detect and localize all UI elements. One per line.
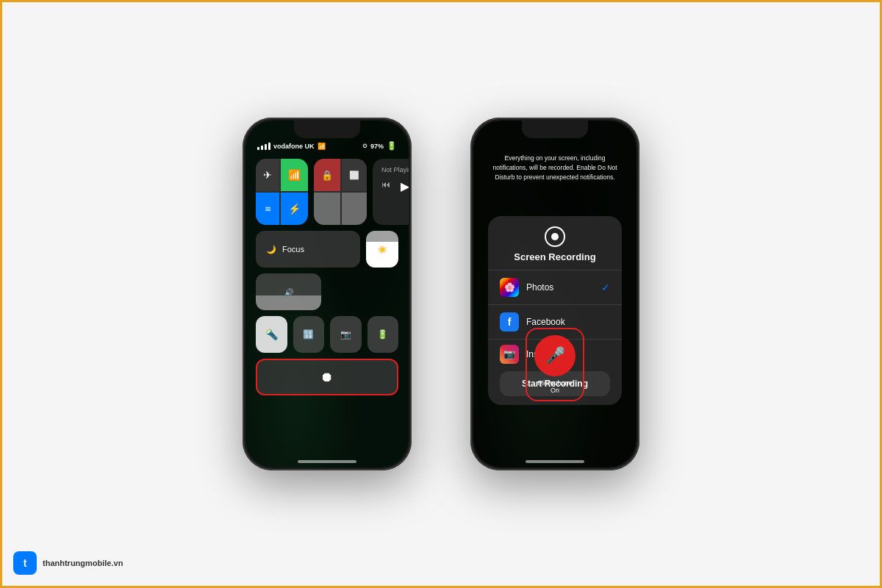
phone-2-screen: Everything on your screen, including not…: [473, 121, 637, 467]
microphone-icon: 🎤: [545, 346, 565, 365]
now-playing-widget: ✕ Not Playing ⏮ ▶ ⏭: [373, 159, 409, 225]
brightness-slider[interactable]: ☀️: [366, 231, 399, 268]
phone-1: vodafone UK 📶 ⊙ 97% 🔋: [243, 118, 412, 470]
instagram-icon: 📷: [500, 345, 519, 364]
logo-text: thanhtrungmobile.vn: [43, 559, 123, 567]
photos-icon: 🌸: [500, 278, 519, 297]
photos-option[interactable]: 🌸 Photos ✓: [488, 270, 622, 304]
focus-row: 🌙 Focus ☀️ 🔊: [256, 231, 398, 310]
now-playing-controls: ⏮ ▶ ⏭: [381, 179, 409, 193]
wifi-icon-2: ≋: [265, 204, 271, 214]
battery-status-btn[interactable]: 🔋: [368, 316, 399, 353]
status-right: ⊙ 97% 🔋: [362, 141, 397, 151]
calculator-btn[interactable]: 🔢: [293, 316, 325, 353]
carrier-label: vodafone UK: [273, 143, 315, 150]
screen-record-icon: ⏺: [320, 370, 334, 385]
notch-1: [294, 121, 360, 138]
wifi-status-icon: 📶: [318, 143, 326, 150]
wifi-icon: 📶: [288, 169, 301, 181]
mic-sublabel: On: [537, 387, 572, 394]
lock-rotation-icon: 🔒: [321, 170, 333, 181]
connectivity-block: ✈ 📶 ≋ ⚡: [256, 159, 308, 225]
bluetooth-icon: ⚡: [288, 203, 301, 215]
second-btn-col: 🔒 ⬜: [314, 159, 367, 225]
now-playing-title: Not Playing: [381, 166, 409, 173]
screen-mirror-btn[interactable]: ⬜: [342, 159, 367, 191]
focus-label: Focus: [282, 245, 304, 254]
wifi-btn-2[interactable]: ≋: [256, 193, 279, 225]
logo-icon: t: [13, 551, 37, 575]
battery-percent: 97%: [370, 143, 384, 150]
record-inner: [551, 233, 559, 240]
warning-text: Everything on your screen, including not…: [492, 154, 618, 182]
moon-icon: 🌙: [266, 245, 276, 254]
home-indicator-2: [526, 460, 584, 463]
empty-btn-2[interactable]: [342, 193, 367, 225]
calculator-icon: 🔢: [303, 329, 314, 340]
notch-2: [522, 121, 588, 138]
phone-1-inner: vodafone UK 📶 ⊙ 97% 🔋: [245, 121, 409, 467]
phone-2-inner: Everything on your screen, including not…: [473, 121, 637, 467]
location-icon: ⊙: [362, 143, 368, 149]
microphone-container: 🎤 Microphone On: [526, 328, 584, 401]
screen-record-btn[interactable]: ⏺: [256, 359, 398, 395]
logo-bar: t thanhtrungmobile.vn: [13, 551, 123, 575]
battery-status-icon: 🔋: [377, 329, 388, 340]
flashlight-btn[interactable]: 🔦: [256, 316, 287, 353]
wifi-btn[interactable]: 📶: [281, 159, 308, 191]
cc-icon-row: 🔦 🔢 📷 🔋: [256, 316, 398, 353]
home-indicator-1: [298, 460, 356, 463]
brightness-icon: ☀️: [378, 245, 387, 254]
mic-outline-box: 🎤 Microphone On: [526, 328, 584, 401]
carrier-info: vodafone UK 📶: [257, 143, 326, 150]
signal-bar-2: [261, 146, 263, 150]
signal-bar-4: [268, 143, 270, 150]
connectivity-grid: ✈ 📶 ≋ ⚡: [256, 159, 308, 225]
cc-top-row: ✈ 📶 ≋ ⚡: [256, 159, 398, 225]
record-circle: [545, 226, 565, 247]
second-grid: 🔒 ⬜: [314, 159, 367, 225]
control-center: ✈ 📶 ≋ ⚡: [256, 159, 398, 453]
phone-2: Everything on your screen, including not…: [470, 118, 639, 470]
screen-mirror-icon: ⬜: [349, 171, 359, 180]
volume-icon: 🔊: [284, 288, 293, 296]
facebook-label: Facebook: [526, 317, 610, 327]
phone-1-screen: vodafone UK 📶 ⊙ 97% 🔋: [245, 121, 409, 467]
empty-btn-1[interactable]: [314, 193, 340, 225]
prev-track-btn[interactable]: ⏮: [381, 179, 390, 193]
play-btn[interactable]: ▶: [401, 179, 409, 193]
camera-btn[interactable]: 📷: [330, 316, 362, 353]
bluetooth-btn[interactable]: ⚡: [281, 193, 308, 225]
focus-btn[interactable]: 🌙 Focus: [256, 231, 360, 268]
status-bar-1: vodafone UK 📶 ⊙ 97% 🔋: [257, 141, 397, 151]
signal-bar-1: [257, 147, 259, 150]
signal-icon: [257, 143, 270, 150]
photos-label: Photos: [526, 282, 594, 293]
battery-icon: 🔋: [387, 141, 397, 151]
mic-label: Microphone On: [537, 379, 572, 394]
mic-label-text: Microphone: [537, 379, 572, 387]
dialog-title: Screen Recording: [488, 251, 622, 270]
volume-fill: [256, 295, 321, 310]
logo-letter: t: [24, 557, 27, 569]
record-icon-row: [488, 216, 622, 251]
airplane-icon: ✈: [263, 169, 272, 181]
screen-record-row: ⏺: [256, 359, 398, 395]
lock-rotation-btn[interactable]: 🔒: [314, 159, 340, 191]
facebook-icon: f: [500, 312, 519, 331]
volume-slider[interactable]: 🔊: [256, 273, 321, 310]
photos-checkmark: ✓: [601, 282, 610, 293]
flashlight-icon: 🔦: [265, 329, 278, 340]
airplane-mode-btn[interactable]: ✈: [256, 159, 279, 191]
microphone-btn[interactable]: 🎤: [534, 335, 576, 376]
camera-icon: 📷: [340, 329, 351, 340]
main-container: vodafone UK 📶 ⊙ 97% 🔋: [2, 2, 880, 586]
signal-bar-3: [265, 144, 267, 150]
